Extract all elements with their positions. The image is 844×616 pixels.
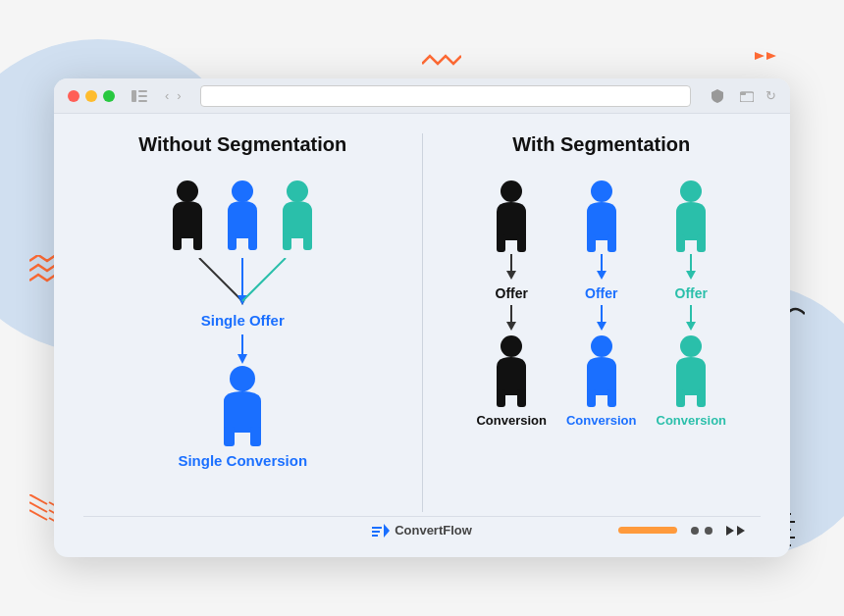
- refresh-button[interactable]: ↻: [765, 88, 776, 103]
- svg-point-65: [680, 335, 702, 357]
- person-blue-conversion: [217, 366, 268, 446]
- forward-button[interactable]: ›: [174, 88, 184, 103]
- svg-marker-52: [597, 271, 607, 280]
- offer-label-black: Offer: [496, 285, 528, 301]
- svg-point-48: [591, 180, 612, 202]
- person-black-top-seg: [490, 180, 533, 252]
- svg-marker-71: [384, 524, 390, 538]
- svg-rect-57: [607, 389, 616, 407]
- arrow-black-down-1: [505, 254, 517, 282]
- arrow-black-down-2: [505, 305, 517, 333]
- single-conversion-label: Single Conversion: [178, 452, 307, 469]
- convertflow-logo: ConvertFlow: [372, 523, 472, 538]
- single-offer-label: Single Offer: [201, 312, 285, 329]
- progress-bar: [618, 527, 677, 534]
- person-teal-top: [277, 180, 318, 250]
- svg-rect-36: [224, 427, 235, 446]
- svg-rect-14: [138, 90, 147, 92]
- seg-column-blue: Offer Conversion: [566, 180, 637, 428]
- svg-rect-23: [228, 233, 237, 250]
- svg-rect-39: [497, 234, 505, 252]
- back-button[interactable]: ‹: [162, 88, 172, 103]
- play-icon: [726, 526, 734, 536]
- svg-rect-56: [587, 389, 596, 407]
- svg-rect-60: [697, 234, 706, 252]
- logo-icon: [372, 524, 390, 538]
- without-seg-diagram: Single Offer Single Conversion: [83, 180, 402, 469]
- address-bar[interactable]: [200, 85, 691, 107]
- progress-bar-container: [618, 527, 677, 534]
- svg-line-28: [199, 258, 242, 301]
- svg-rect-50: [607, 234, 616, 252]
- person-teal-top-seg: [669, 180, 712, 252]
- browser-content: Without Segmentation: [54, 114, 790, 557]
- browser-toolbar: ‹ › ↻: [54, 78, 790, 114]
- browser-bottom-bar: ConvertFlow: [83, 516, 761, 541]
- conversion-label-black: Conversion: [476, 413, 547, 428]
- person-teal-bottom-seg: [669, 334, 712, 407]
- svg-marker-64: [686, 322, 696, 331]
- svg-marker-1: [766, 52, 776, 60]
- offer-to-conversion-arrow: [236, 334, 249, 366]
- svg-rect-66: [676, 389, 685, 407]
- dot-2[interactable]: [705, 527, 712, 535]
- svg-rect-26: [283, 233, 291, 250]
- arrow-blue-down-2: [596, 305, 607, 333]
- tab-icon: [736, 88, 758, 104]
- svg-point-58: [680, 180, 702, 202]
- dot-1[interactable]: [691, 527, 699, 535]
- sidebar-icon[interactable]: [129, 88, 150, 104]
- nav-dots: [691, 527, 712, 535]
- without-segmentation-section: Without Segmentation: [83, 133, 402, 512]
- maximize-button[interactable]: [103, 90, 115, 102]
- seg-column-teal: Offer Conversion: [657, 180, 727, 428]
- svg-marker-54: [597, 322, 607, 331]
- person-blue-bottom-seg: [580, 334, 623, 407]
- top-persons-row: [167, 180, 318, 250]
- svg-rect-47: [517, 389, 526, 407]
- svg-point-35: [230, 366, 255, 391]
- svg-rect-16: [138, 100, 147, 102]
- person-black-bottom-seg: [490, 334, 533, 407]
- close-button[interactable]: [68, 90, 79, 102]
- with-segmentation-section: With Segmentation: [443, 133, 762, 512]
- svg-point-55: [591, 335, 612, 357]
- svg-rect-21: [193, 233, 202, 250]
- conversion-label-blue: Conversion: [566, 413, 637, 428]
- svg-rect-49: [587, 234, 596, 252]
- traffic-lights: [68, 90, 115, 102]
- minimize-button[interactable]: [85, 90, 97, 102]
- svg-rect-37: [250, 427, 261, 446]
- offer-label-blue: Offer: [585, 285, 617, 301]
- seg-columns: Offer Conversion: [476, 180, 726, 428]
- svg-marker-0: [755, 52, 765, 60]
- with-seg-title: With Segmentation: [512, 133, 690, 156]
- svg-rect-40: [517, 234, 526, 252]
- svg-point-19: [177, 180, 198, 202]
- arrow-teal-down-2: [685, 305, 697, 333]
- content-area: Without Segmentation: [83, 133, 761, 512]
- person-blue-top-seg: [580, 180, 623, 252]
- svg-rect-20: [173, 233, 182, 250]
- conversion-label-teal: Conversion: [657, 413, 727, 428]
- play-icon-2: [737, 526, 745, 536]
- svg-rect-59: [676, 234, 685, 252]
- svg-marker-42: [506, 271, 516, 280]
- svg-line-32: [242, 258, 286, 301]
- svg-point-38: [501, 180, 522, 202]
- converging-arrows: [179, 258, 306, 312]
- svg-rect-13: [132, 90, 136, 102]
- arrow-blue-down-1: [596, 254, 607, 282]
- browser-window: ‹ › ↻ Without Segmentation: [54, 78, 790, 557]
- play-controls[interactable]: [726, 526, 745, 536]
- seg-column-black: Offer Conversion: [476, 180, 547, 428]
- browser-icons: [129, 88, 150, 104]
- svg-marker-44: [506, 322, 516, 331]
- without-seg-title: Without Segmentation: [138, 133, 346, 156]
- person-black: [167, 180, 208, 250]
- arrow-teal-down-1: [685, 254, 697, 282]
- shield-icon: [707, 88, 728, 104]
- svg-point-25: [287, 180, 308, 202]
- deco-arrows-right: [755, 47, 790, 70]
- person-blue-top: [222, 180, 263, 250]
